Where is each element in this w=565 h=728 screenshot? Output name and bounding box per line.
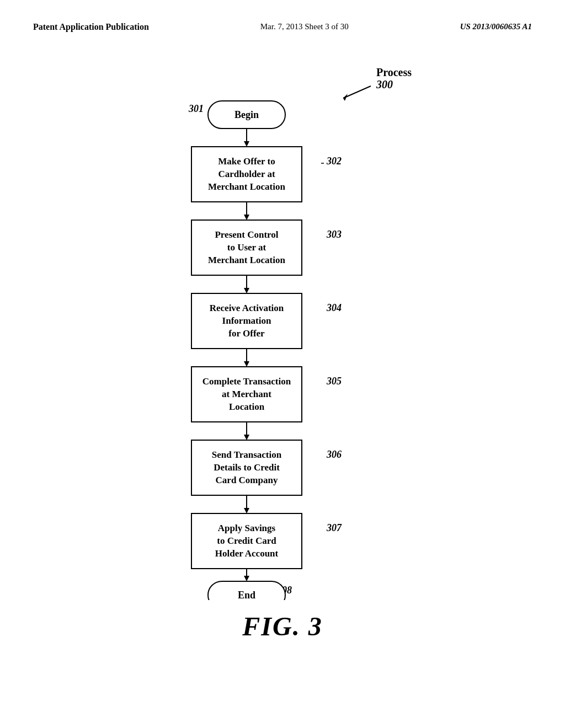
page: Patent Application Publication Mar. 7, 2… [0, 0, 565, 728]
text-302c: Merchant Location [208, 181, 285, 192]
arrowhead-306-307 [244, 508, 249, 513]
process-arrow [343, 86, 371, 98]
label-303: 303 [326, 229, 342, 240]
text-302b: Cardholder at [218, 169, 275, 179]
text-304c: for Offer [228, 328, 265, 339]
arrowhead-301-302 [244, 141, 249, 147]
diagram-area: Process 300 301 Begin 302 Make Offer to … [0, 49, 565, 600]
header-right-text: US 2013/0060635 A1 [460, 22, 532, 31]
text-302a: Make Offer to [218, 156, 275, 167]
arrowhead-302-303 [244, 215, 249, 220]
text-306a: Send Transaction [212, 449, 282, 460]
text-305a: Complete Transaction [202, 376, 291, 387]
text-303c: Merchant Location [208, 255, 285, 265]
text-306b: Details to Credit [214, 462, 280, 473]
text-307b: to Credit Card [217, 536, 276, 546]
label-304: 304 [326, 302, 342, 313]
label-302: 302 [326, 156, 342, 167]
text-307c: Holder Account [215, 548, 279, 559]
header: Patent Application Publication Mar. 7, 2… [0, 0, 565, 32]
text-end: End [238, 590, 255, 600]
text-303a: Present Control [215, 229, 278, 240]
text-307a: Apply Savings [218, 523, 276, 533]
label-307: 307 [326, 522, 342, 533]
text-305b: at Merchant [222, 389, 271, 399]
text-306c: Card Company [216, 475, 278, 485]
flowchart-svg: Process 300 301 Begin 302 Make Offer to … [89, 49, 476, 600]
label-305: 305 [326, 376, 342, 387]
process-number: 300 [376, 78, 393, 90]
text-begin: Begin [234, 109, 259, 120]
label-306: 306 [326, 449, 342, 460]
text-304b: Information [222, 315, 271, 326]
text-303b: to User at [227, 242, 266, 253]
header-left-text: Patent Application Publication [33, 22, 149, 32]
arrowhead-303-304 [244, 288, 249, 293]
arrowhead-307-308 [244, 576, 249, 581]
arrowhead-305-306 [244, 435, 249, 440]
process-label: Process [376, 66, 412, 78]
text-304a: Receive Activation [210, 303, 284, 313]
label-301: 301 [188, 103, 204, 114]
arrowhead-304-305 [244, 361, 249, 367]
figure-label: FIG. 3 [0, 611, 565, 641]
header-center-text: Mar. 7, 2013 Sheet 3 of 30 [260, 22, 349, 31]
text-305c: Location [229, 402, 265, 412]
